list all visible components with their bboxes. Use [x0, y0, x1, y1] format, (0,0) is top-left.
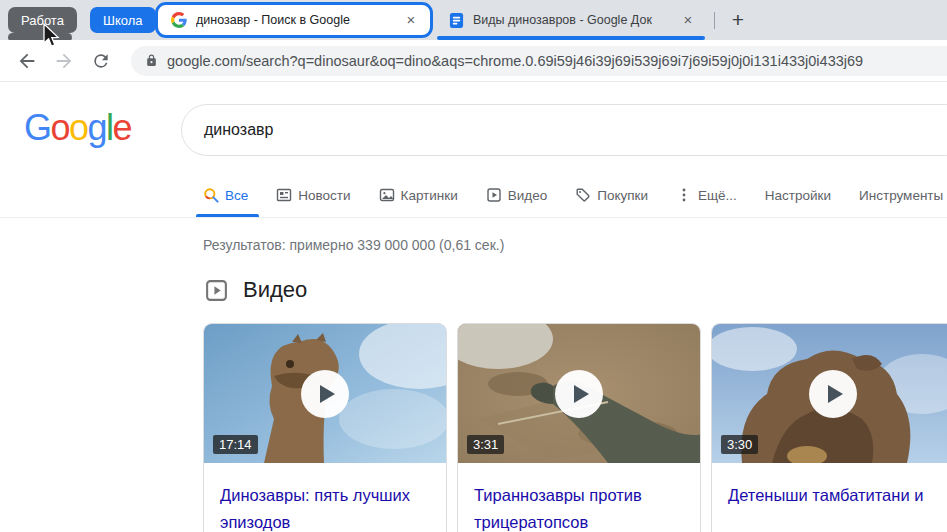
tab-news[interactable]: Новости	[276, 184, 350, 206]
video-title-link[interactable]: Детеныши тамбатитани и	[712, 463, 947, 509]
tab-label: Ещё...	[698, 188, 737, 203]
tab-title: Виды динозавров - Google Док	[473, 13, 679, 27]
video-thumbnail-trex-fight[interactable]: 3:31	[458, 324, 700, 463]
tab-settings[interactable]: Настройки	[765, 184, 831, 206]
close-icon[interactable]: ×	[402, 11, 420, 29]
lock-icon	[145, 54, 158, 67]
video-title-link[interactable]: Тираннозавры против трицератопсов	[458, 463, 700, 532]
result-stats: Результатов: примерно 339 000 000 (0,61 …	[203, 237, 504, 253]
search-input[interactable]: динозавр	[181, 104, 947, 156]
tab-shopping[interactable]: Покупки	[575, 184, 648, 206]
google-favicon	[171, 12, 187, 28]
mouse-cursor	[42, 23, 61, 53]
tab-label: Картинки	[401, 188, 458, 203]
play-button[interactable]	[301, 370, 349, 418]
video-duration: 3:31	[467, 435, 504, 454]
tabstrip-divider	[714, 12, 715, 29]
video-icon	[486, 187, 502, 203]
url-text: google.com/search?q=dinosaur&oq=dino&aqs…	[167, 53, 863, 69]
tab-label: Настройки	[765, 188, 831, 203]
tab-more[interactable]: Ещё...	[676, 184, 737, 206]
tab-group-work-stripe	[8, 33, 72, 40]
tabs-divider	[0, 217, 947, 218]
tab-label: Все	[225, 188, 248, 203]
tab-group-school[interactable]: Школа	[90, 7, 156, 33]
browser-toolbar: google.com/search?q=dinosaur&oq=dino&aqs…	[0, 40, 947, 82]
active-tab-underline	[196, 214, 259, 217]
video-thumbnail-tambatitanis[interactable]: 3:30	[712, 324, 947, 463]
video-card[interactable]: 17:14 Динозавры: пять лучших эпизодов	[203, 323, 447, 532]
tab-title: динозавр - Поиск в Google	[196, 13, 402, 27]
news-icon	[276, 187, 292, 203]
play-icon	[574, 385, 589, 403]
back-icon[interactable]	[14, 48, 40, 74]
video-card[interactable]: 3:31 Тираннозавры против трицератопсов	[457, 323, 701, 532]
video-duration: 3:30	[721, 435, 758, 454]
play-button[interactable]	[555, 370, 603, 418]
reload-icon[interactable]	[88, 48, 114, 74]
search-icon	[203, 187, 219, 203]
address-bar[interactable]: google.com/search?q=dinosaur&oq=dino&aqs…	[131, 46, 947, 76]
video-title-link[interactable]: Динозавры: пять лучших эпизодов	[204, 463, 446, 532]
close-icon[interactable]: ×	[679, 11, 697, 29]
logo-letter: o	[69, 107, 88, 148]
video-thumbnail-carnotaurus[interactable]: 17:14	[204, 324, 446, 463]
shopping-icon	[575, 187, 591, 203]
tab-strip: Работа Школа динозавр - Поиск в Google ×	[0, 0, 947, 40]
new-tab-button[interactable]: +	[724, 6, 752, 34]
logo-letter: o	[51, 107, 70, 148]
tab-images[interactable]: Картинки	[379, 184, 458, 206]
tab-videos[interactable]: Видео	[486, 184, 547, 206]
tab-label: Новости	[298, 188, 350, 203]
search-query: динозавр	[204, 121, 273, 139]
play-icon	[320, 385, 335, 403]
google-logo: Google	[24, 107, 131, 149]
video-duration: 17:14	[213, 435, 258, 454]
tab-google-docs[interactable]: Виды динозавров - Google Док ×	[437, 4, 705, 36]
google-docs-favicon	[449, 13, 464, 28]
video-section-header: Видео	[204, 277, 307, 303]
play-icon	[828, 385, 843, 403]
video-card[interactable]: 3:30 Детеныши тамбатитани и	[711, 323, 947, 532]
tab-label: Покупки	[597, 188, 648, 203]
tab-all[interactable]: Все	[203, 184, 248, 206]
video-section-title: Видео	[243, 277, 307, 303]
video-section-icon	[204, 278, 229, 303]
browser-window: { "window": { "tab_groups": [ { "label":…	[0, 0, 947, 532]
search-nav-tabs: Все Новости Картинки Видео П	[203, 184, 943, 206]
more-icon	[676, 187, 692, 203]
logo-letter: g	[88, 107, 107, 148]
tab-label: Видео	[508, 188, 547, 203]
images-icon	[379, 187, 395, 203]
play-button[interactable]	[809, 370, 857, 418]
video-cards: 17:14 Динозавры: пять лучших эпизодов	[203, 323, 947, 532]
tab-label: Инструменты	[859, 188, 943, 203]
tab-group-school-label: Школа	[103, 13, 143, 28]
tab-tools[interactable]: Инструменты	[859, 184, 943, 206]
tab-search-google[interactable]: динозавр - Поиск в Google ×	[155, 2, 433, 38]
logo-letter: G	[24, 107, 51, 148]
logo-letter: e	[113, 107, 132, 148]
